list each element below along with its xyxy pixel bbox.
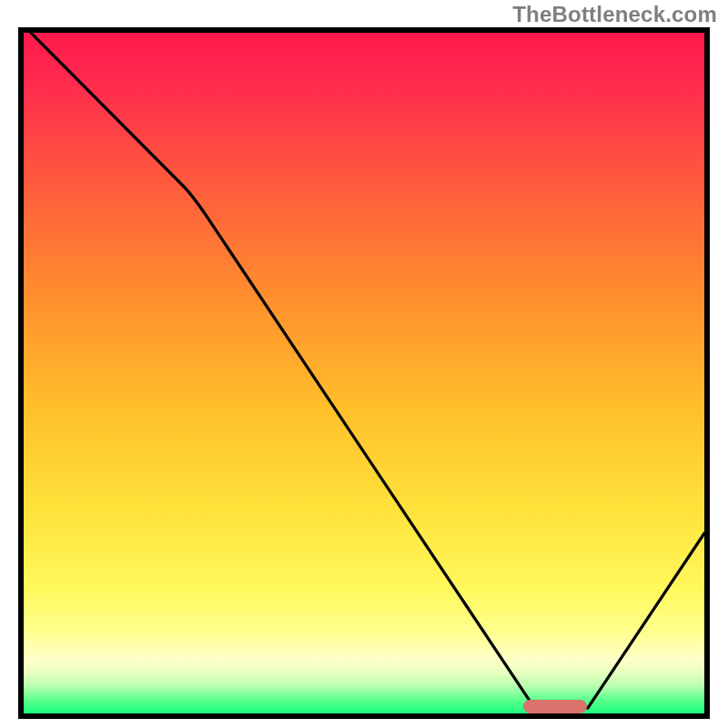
- curve-path: [31, 33, 704, 711]
- chart-container: TheBottleneck.com: [0, 0, 728, 728]
- plot-area: [18, 27, 710, 719]
- bottleneck-curve: [24, 33, 704, 713]
- watermark-text: TheBottleneck.com: [512, 2, 717, 27]
- optimal-range-marker: [523, 700, 587, 713]
